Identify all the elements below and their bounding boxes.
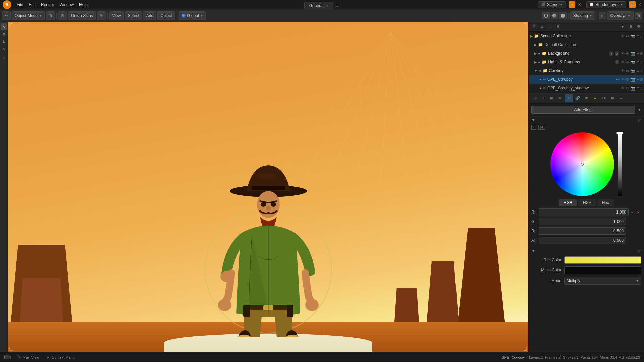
color-wheel[interactable] (550, 132, 614, 196)
r-input[interactable]: 1.000 (539, 208, 629, 216)
scene-col-vis2[interactable]: ⊞ (640, 34, 643, 38)
r-close-btn[interactable]: × (635, 209, 641, 215)
outliner-mode3-icon[interactable]: ⊕ (555, 23, 561, 30)
viewport-left-arrow[interactable]: ‹ (9, 185, 10, 189)
renderlayer-label[interactable]: RenderLayer (595, 2, 619, 7)
outliner-mode-icon[interactable]: ⊞ (531, 23, 537, 30)
prop-icon-3[interactable]: ⊞ (547, 94, 555, 102)
shadow-render[interactable]: 📷 (630, 86, 635, 90)
tool-rotate[interactable]: ↻ (1, 38, 7, 45)
scene-col-vis1[interactable]: ≡ (637, 34, 639, 38)
scene-collection-row[interactable]: ▶ 📁 Scene Collection 👁 ⊙ 📷 ≡ ⊞ (529, 32, 644, 40)
onion-skins-btn[interactable]: Onion Skins (68, 11, 96, 20)
shadow-eye[interactable]: 👁 (621, 86, 625, 90)
lc-vis2[interactable]: ⊞ (640, 60, 643, 64)
lc-eye[interactable]: 👁 (621, 60, 625, 64)
global-btn[interactable]: Global ▼ (179, 11, 206, 20)
cowboy-restrict[interactable]: ⊙ (626, 69, 629, 73)
object-btn[interactable]: Object (157, 11, 175, 20)
cowboy-vis2[interactable]: ⊞ (640, 69, 643, 73)
lc-vis1[interactable]: ≡ (637, 60, 639, 64)
tool-transform[interactable]: ⊞ (1, 55, 7, 62)
tab-hsv[interactable]: HSV (578, 199, 596, 206)
onion-skins-icon[interactable]: ⊙ (58, 11, 67, 20)
outliner-filter-icon[interactable]: ▼ (619, 23, 626, 30)
effect-star-2[interactable]: ☆ (637, 248, 641, 254)
bg-col-restrict[interactable]: ⊙ (626, 51, 629, 56)
prop-icon-2[interactable]: ⊙ (539, 94, 547, 102)
outliner-expand-icon[interactable]: ⊞ (627, 23, 634, 30)
scene-col-restrict[interactable]: ⊙ (626, 34, 629, 38)
frame-nav-btn[interactable]: ⊞ (46, 11, 55, 20)
effect-arrow-1[interactable]: ▼ (531, 118, 535, 122)
shadow-vis1[interactable]: ≡ (637, 86, 639, 90)
scene-col-eye[interactable]: 👁 (621, 34, 625, 38)
add-scene-icon[interactable]: + (571, 2, 573, 7)
background-collection-row[interactable]: ▶ ● 📁 Background 9 5 👁 ⊙ 📷 ≡ ⊞ (529, 49, 644, 58)
close-renderlayer-icon[interactable]: × (638, 2, 641, 8)
viewport-shade-dot1[interactable] (542, 12, 550, 19)
gpe-render[interactable]: 📷 (630, 77, 635, 82)
menu-file[interactable]: File (14, 2, 26, 8)
prop-icon-5[interactable]: ✂ (565, 94, 573, 102)
shadow-vis2[interactable]: ⊞ (640, 86, 643, 90)
outliner-mode2-icon[interactable]: ⋮ (547, 23, 553, 30)
bg-vis1[interactable]: ≡ (637, 51, 639, 56)
prop-icon-9[interactable]: ⚙ (600, 94, 608, 102)
cowboy-vis1[interactable]: ≡ (637, 69, 639, 73)
object-type-btn[interactable]: ✏ (2, 11, 11, 20)
bg-col-render[interactable]: 📷 (630, 51, 635, 56)
scene-label[interactable]: Scene (547, 2, 558, 7)
a-input[interactable]: 0.900 (539, 237, 626, 244)
b-input[interactable]: 0.500 (539, 227, 626, 235)
lc-restrict[interactable]: ⊙ (626, 60, 629, 64)
outliner-search-icon[interactable]: ⚙ (635, 23, 642, 30)
brightness-bar[interactable] (618, 132, 622, 196)
effect-arrow-2[interactable]: ▼ (531, 249, 535, 253)
viewport-shade-dot2[interactable] (551, 12, 558, 19)
gizmo-icon[interactable]: ⊞ (635, 12, 642, 19)
viewport-right-arrow[interactable]: › (526, 314, 528, 318)
r-edit-icon[interactable]: ✏ (631, 210, 633, 214)
tool-move[interactable]: ✥ (1, 31, 7, 38)
bg-col-eye[interactable]: 👁 (621, 51, 625, 55)
menu-window[interactable]: Window (57, 2, 76, 8)
tool-cursor[interactable]: ↖ (1, 23, 7, 30)
menu-render[interactable]: Render (38, 2, 57, 8)
rim-color-swatch[interactable] (564, 256, 641, 264)
gpe-cowboy-row[interactable]: ● ✏ GPE_Cowboy ✏ 👁 ⊙ 📷 ≡ ⊞ (529, 75, 644, 84)
gpe-cowboy-edit[interactable]: ✏ (616, 78, 619, 81)
object-mode-btn[interactable]: Object Mode ▼ (12, 11, 45, 20)
shading-btn[interactable]: Shading ▼ (570, 11, 595, 20)
overlays-btn[interactable]: Overlays ▼ (607, 11, 634, 20)
gpe-cowboy-shadow-row[interactable]: ● ✏ GPE_Cowboy_shadow 👁 ⊙ 📷 ≡ ⊞ (529, 84, 644, 93)
view-btn[interactable]: View (109, 11, 124, 20)
scene-col-render[interactable]: 📷 (630, 34, 635, 38)
prop-icon-8[interactable]: ★ (591, 94, 599, 102)
viewport-shade-dot3[interactable] (559, 12, 567, 19)
bg-vis2[interactable]: ⊞ (640, 51, 643, 56)
cowboy-eye[interactable]: 👁 (621, 69, 625, 73)
close-scene-icon[interactable]: × (578, 2, 581, 8)
onion-skins-settings[interactable]: ⚙ (97, 11, 106, 20)
tab-add[interactable]: + (334, 4, 340, 9)
mode-select[interactable]: Multiply ▼ (564, 277, 641, 285)
gpe-vis2[interactable]: ⊞ (640, 77, 643, 82)
gpe-vis1[interactable]: ≡ (637, 77, 639, 82)
cowboy-render[interactable]: 📷 (630, 69, 635, 73)
add-effect-btn[interactable]: Add Effect (531, 106, 635, 114)
viewport[interactable]: ‹ ‹ › (8, 22, 528, 352)
viewport-top-arrow[interactable]: ‹ (268, 23, 269, 27)
tab-general[interactable]: General × (304, 2, 333, 9)
brightness-thumb[interactable] (616, 132, 623, 134)
add-effect-expand[interactable]: ▼ (637, 107, 641, 112)
tab-rgb[interactable]: RGB (559, 199, 577, 206)
prop-icon-6[interactable]: 🔗 (574, 94, 582, 102)
prop-icon-10[interactable]: ⊞ (608, 94, 616, 102)
default-collection-row[interactable]: ▶ 📁 Default Collection (529, 40, 644, 49)
prop-icon-4[interactable]: ✏ (556, 94, 564, 102)
tab-hex[interactable]: Hex (597, 199, 614, 206)
select-btn[interactable]: Select (125, 11, 142, 20)
gpe-eye[interactable]: 👁 (621, 77, 625, 81)
add-btn[interactable]: Add (143, 11, 156, 20)
